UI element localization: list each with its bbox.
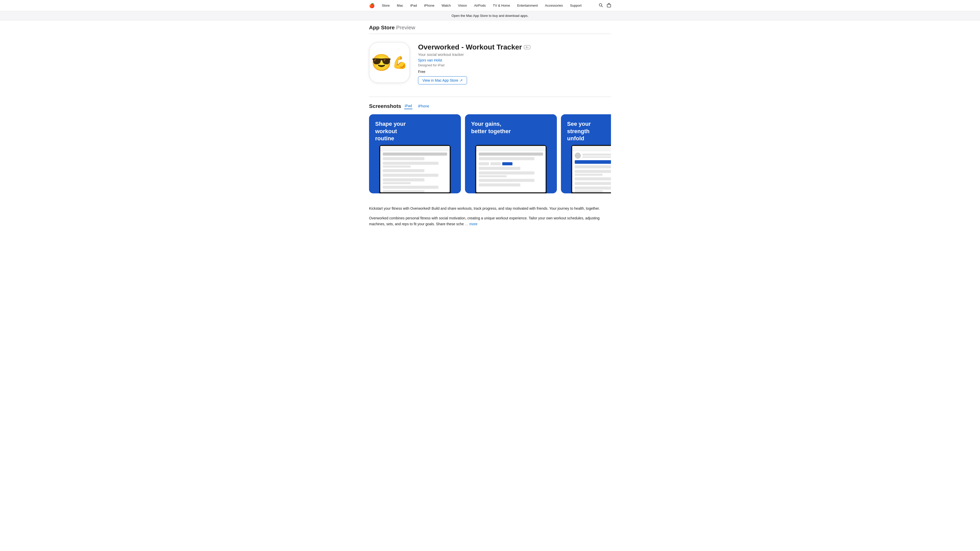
nav-ipad[interactable]: iPad <box>410 3 417 7</box>
more-link[interactable]: more <box>469 222 477 226</box>
tab-ipad[interactable]: iPad <box>404 103 412 109</box>
screenshots-grid: Shape your workout routine <box>369 114 611 197</box>
nav-store[interactable]: Store <box>382 3 390 7</box>
app-price: Free <box>418 70 530 74</box>
app-header: 😎💪 Overworked - Workout Tracker 4+ Your … <box>369 34 611 91</box>
nav-vision[interactable]: Vision <box>458 3 467 7</box>
breadcrumb: App Store Preview <box>369 21 611 34</box>
description-fade: … <box>465 222 468 226</box>
search-icon <box>599 3 603 7</box>
app-developer-link[interactable]: Sjors van Holst <box>418 58 530 62</box>
breadcrumb-preview: Preview <box>396 24 415 30</box>
mac-appstore-banner: Open the Mac App Store to buy and downlo… <box>0 11 980 21</box>
app-title: Overworked - Workout Tracker <box>418 43 522 51</box>
search-button[interactable] <box>599 3 603 8</box>
tab-iphone[interactable]: iPhone <box>415 103 432 109</box>
app-subtitle: Your social workout tracker <box>418 52 530 57</box>
nav-support[interactable]: Support <box>570 3 582 7</box>
screenshot-card-2: Your gains, better together <box>465 114 557 193</box>
nav-iphone[interactable]: iPhone <box>424 3 434 7</box>
view-in-mac-appstore-button[interactable]: View in Mac App Store ↗ <box>418 76 467 84</box>
screenshots-title: Screenshots <box>369 103 401 109</box>
device-mock-2 <box>475 145 547 193</box>
external-link-icon: ↗ <box>460 78 463 83</box>
app-icon: 😎💪 <box>369 42 410 83</box>
nav-mac[interactable]: Mac <box>397 3 403 7</box>
age-rating-badge: 4+ <box>524 45 530 49</box>
nav-watch[interactable]: Watch <box>442 3 451 7</box>
app-designed-for: Designed for iPad <box>418 63 530 67</box>
nav-tv-home[interactable]: TV & Home <box>493 3 510 7</box>
app-title-row: Overworked - Workout Tracker 4+ <box>418 43 530 51</box>
banner-text: Open the Mac App Store to buy and downlo… <box>452 14 528 17</box>
app-info: Overworked - Workout Tracker 4+ Your soc… <box>418 42 530 84</box>
breadcrumb-appstore[interactable]: App Store <box>369 24 395 30</box>
screenshot-label-3: See your strength unfold <box>567 121 611 142</box>
screenshot-label-2: Your gains, better together <box>471 121 511 135</box>
bag-button[interactable] <box>607 3 611 8</box>
description-para1: Kickstart your fitness with Overworked! … <box>369 206 611 211</box>
device-mock-1 <box>379 145 451 193</box>
svg-line-1 <box>601 6 603 7</box>
screenshot-label-1: Shape your workout routine <box>375 121 421 142</box>
view-btn-label: View in Mac App Store <box>422 78 458 83</box>
nav-airpods[interactable]: AirPods <box>474 3 486 7</box>
screenshot-card-1: Shape your workout routine <box>369 114 461 193</box>
screenshot-card-3: See your strength unfold <box>561 114 611 193</box>
main-nav: 🍎 Store Mac iPad iPhone Watch Vision Air… <box>0 0 980 11</box>
description-para2: Overworked combines personal fitness wit… <box>369 215 611 227</box>
device-mock-3 <box>571 145 611 193</box>
svg-rect-2 <box>607 4 611 7</box>
screenshots-divider <box>369 97 611 97</box>
screenshots-header: Screenshots iPad iPhone <box>369 103 611 109</box>
apple-logo-icon: 🍎 <box>369 3 375 8</box>
nav-entertainment[interactable]: Entertainment <box>517 3 538 7</box>
description-section: Kickstart your fitness with Overworked! … <box>369 197 611 233</box>
bag-icon <box>607 3 611 7</box>
nav-accessories[interactable]: Accessories <box>545 3 563 7</box>
screenshots-section: Screenshots iPad iPhone Shape your worko… <box>369 91 611 197</box>
